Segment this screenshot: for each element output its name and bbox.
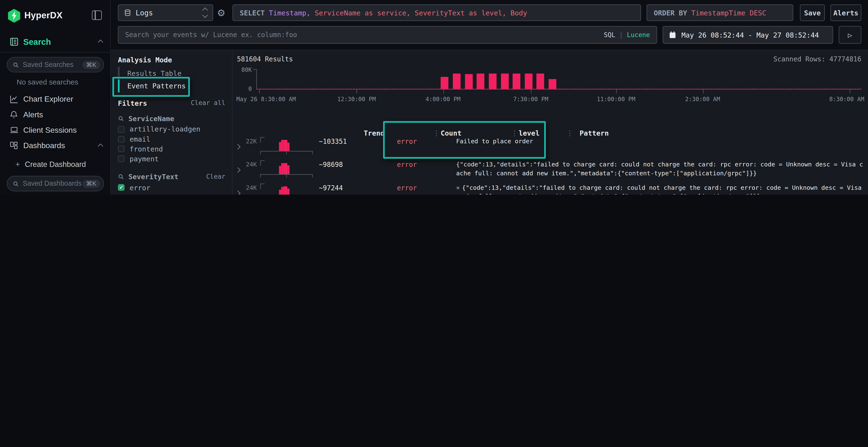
filter-option[interactable]: email	[118, 134, 225, 144]
histogram-bar[interactable]	[465, 74, 472, 89]
pattern-text[interactable]: Failed to place order	[456, 137, 864, 146]
y-axis-label-zero: 0	[235, 85, 252, 92]
histogram-bar[interactable]	[537, 74, 545, 89]
histogram-bar[interactable]	[453, 74, 461, 89]
filter-groups: ServiceNameartillery-loadgenemailfronten…	[118, 112, 225, 195]
mode-results-table[interactable]: Results Table	[118, 67, 217, 80]
database-icon	[124, 9, 131, 16]
histogram-bar[interactable]	[549, 79, 557, 89]
filter-option[interactable]: artillery-loadgen	[118, 125, 225, 134]
sidebar-item-label: Client Sessions	[23, 126, 77, 134]
saved-searches-placeholder: Saved Searches	[23, 61, 73, 69]
search-icon	[13, 62, 19, 68]
x-axis-tick	[850, 89, 850, 94]
collapse-sidebar-icon[interactable]	[92, 10, 102, 20]
source-settings-gear-icon[interactable]: ⚙	[217, 7, 225, 19]
filter-group-name: ServiceName	[128, 114, 174, 122]
baseline-dashed-line	[256, 89, 861, 89]
sidebar-item-dashboards[interactable]: Dashboards	[0, 138, 110, 153]
search-icon[interactable]	[118, 115, 124, 122]
spark-bar	[287, 188, 289, 195]
sql-column-timestamp: Timestamp,	[269, 9, 311, 17]
sidebar-item-alerts[interactable]: Alerts	[0, 107, 110, 122]
clear-all-filters-button[interactable]: Clear all	[191, 99, 225, 107]
date-range-value: May 26 08:52:44 - May 27 08:52:44	[681, 31, 819, 39]
checkbox[interactable]	[118, 136, 125, 143]
pattern-count: ~97244	[319, 184, 343, 192]
sidebar-item-label: Alerts	[23, 110, 43, 119]
date-range-picker[interactable]: May 26 08:52:44 - May 27 08:52:44	[662, 26, 833, 44]
histogram-bar[interactable]	[501, 73, 508, 89]
source-select[interactable]: Logs	[118, 4, 213, 21]
search-icon	[13, 181, 19, 187]
hyperdx-app: HyperDX Search Saved Searches ⌘K No save…	[0, 0, 868, 195]
trend-sparkline	[260, 137, 313, 156]
sidebar-item-label: Chart Explorer	[23, 95, 73, 104]
table-row[interactable]: 22K~103351errorFailed to place order	[232, 136, 868, 159]
filter-group-name: SeverityText	[128, 172, 179, 181]
spark-tick	[286, 174, 287, 177]
x-axis-tick	[259, 89, 260, 94]
spark-axis-bracket	[260, 161, 265, 166]
saved-searches-input[interactable]: Saved Searches ⌘K	[7, 57, 104, 72]
checkbox[interactable]	[118, 156, 125, 162]
lucene-toggle[interactable]: Lucene	[627, 31, 650, 39]
x-axis-label: 12:30:00 PM	[337, 96, 376, 102]
checkbox-checked[interactable]: ✓	[118, 184, 125, 191]
table-row[interactable]: 24K~97244error×{"code":13,"details":"fai…	[232, 182, 868, 195]
x-axis-label: 4:00:00 PM	[426, 96, 461, 102]
filter-option[interactable]: ✓error	[118, 182, 225, 193]
results-histogram[interactable]: 80K 0 May 26 8:30:00 AM12:30:00 PM4:00:0…	[256, 69, 861, 89]
search-icon[interactable]	[118, 173, 124, 179]
search-input-placeholder: Search your events w/ Lucene ex. column:…	[125, 31, 297, 39]
spark-tick	[260, 151, 261, 154]
divider	[0, 52, 110, 53]
x-axis-label: May 26 8:30:00 AM	[236, 96, 296, 102]
orderby-value: TimestampTime DESC	[691, 9, 766, 17]
table-row[interactable]: 24K~98698error{"code":13,"details":"fail…	[232, 159, 868, 182]
trend-sparkline	[260, 183, 313, 195]
histogram-bar[interactable]	[477, 74, 485, 89]
filter-group: ServiceNameartillery-loadgenemailfronten…	[118, 112, 225, 164]
filter-option[interactable]: payment	[118, 154, 225, 164]
sidebar-item-label: Search	[23, 37, 51, 46]
clear-group-button[interactable]: Clear	[206, 173, 225, 180]
event-search-input[interactable]: Search your events w/ Lucene ex. column:…	[118, 26, 657, 44]
spark-bar	[287, 165, 289, 174]
spark-tick	[312, 174, 313, 177]
histogram-bar[interactable]	[513, 74, 520, 89]
checkbox[interactable]	[118, 126, 125, 133]
saved-dashboards-placeholder: Saved Dashboards	[23, 180, 82, 187]
save-button[interactable]: Save	[800, 4, 825, 21]
level-badge: error	[397, 161, 417, 169]
results-count: 581604 Results	[237, 56, 293, 63]
sql-select-input[interactable]: SELECT Timestamp, ServiceName as service…	[232, 4, 641, 21]
trend-axis-max: 22K	[235, 138, 257, 145]
pattern-text[interactable]: ×{"code":13,"details":"failed to charge …	[456, 183, 864, 195]
sidebar-item-search[interactable]: Search	[0, 34, 110, 49]
sidebar-item-client-sessions[interactable]: Client Sessions	[0, 123, 110, 137]
filter-option[interactable]: frontend	[118, 144, 225, 154]
sidebar-item-chart-explorer[interactable]: Chart Explorer	[0, 92, 110, 106]
run-query-button[interactable]: ▷	[839, 26, 861, 44]
filters-title: Filters	[118, 99, 147, 107]
chevron-up-icon[interactable]	[99, 140, 102, 150]
pattern-text[interactable]: {"code":13,"details":"failed to charge c…	[456, 161, 864, 177]
histogram-bar[interactable]	[525, 73, 532, 89]
histogram-bar[interactable]	[441, 77, 448, 89]
sidebar: HyperDX Search Saved Searches ⌘K No save…	[0, 0, 111, 195]
saved-dashboards-input[interactable]: Saved Dashboards ⌘K	[7, 176, 104, 191]
mode-event-patterns[interactable]: Event Patterns	[118, 80, 217, 93]
level-badge: error	[397, 184, 417, 192]
histogram-bar[interactable]	[489, 74, 496, 89]
alerts-button[interactable]: Alerts	[830, 4, 862, 21]
x-axis-label: 8:30:00 AM	[829, 96, 864, 102]
chart-explorer-icon	[9, 94, 19, 104]
sql-toggle[interactable]: SQL	[604, 31, 615, 39]
create-dashboard-button[interactable]: +Create Dashboard	[16, 161, 86, 169]
checkbox[interactable]	[118, 146, 125, 152]
hyperdx-logo-icon	[8, 9, 21, 23]
order-by-input[interactable]: ORDER BY TimestampTime DESC	[647, 4, 793, 21]
chevron-up-icon[interactable]	[99, 37, 102, 46]
dashboards-icon	[9, 141, 19, 150]
